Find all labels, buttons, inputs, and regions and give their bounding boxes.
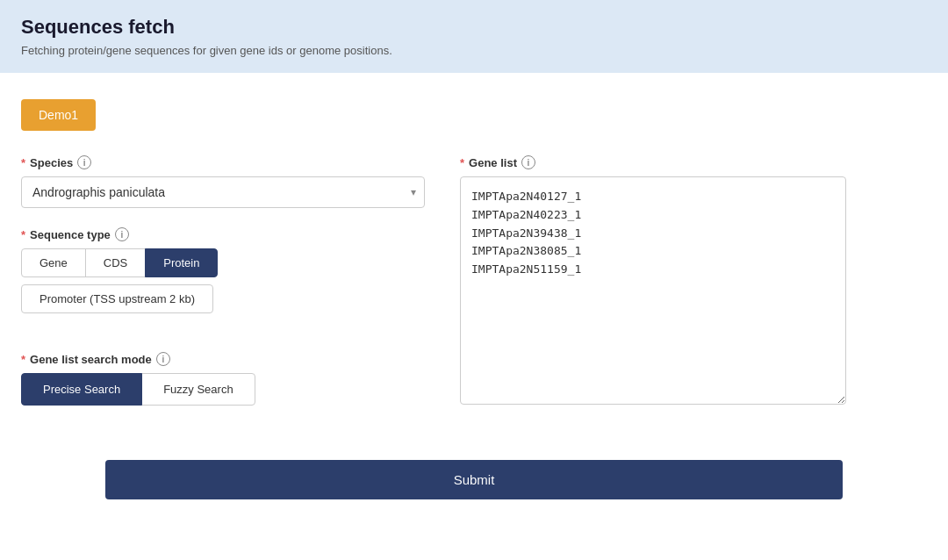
seq-info-icon: i: [115, 227, 129, 241]
main-content: Demo1 *Species i Andrographis paniculata…: [0, 73, 948, 517]
species-select[interactable]: Andrographis paniculata: [21, 176, 425, 208]
species-label: *Species i: [21, 155, 425, 169]
gene-list-textarea[interactable]: IMPTApa2N40127_1 IMPTApa2N40223_1 IMPTAp…: [460, 176, 846, 405]
search-required: *: [21, 353, 25, 366]
page-subtitle: Fetching protein/gene sequences for give…: [21, 44, 927, 57]
page-title: Sequences fetch: [21, 16, 927, 39]
gene-seq-button[interactable]: Gene: [21, 248, 86, 277]
search-mode-section: *Gene list search mode i Precise Search …: [21, 352, 425, 406]
precise-search-button[interactable]: Precise Search: [21, 373, 142, 406]
search-mode-buttons: Precise Search Fuzzy Search: [21, 373, 425, 406]
right-panel: *Gene list i IMPTApa2N40127_1 IMPTApa2N4…: [460, 155, 846, 425]
seq-required: *: [21, 228, 25, 241]
sequence-type-label: *Sequence type i: [21, 227, 425, 241]
gene-list-label: *Gene list i: [460, 155, 846, 169]
gene-list-info-icon: i: [521, 155, 535, 169]
gene-list-required: *: [460, 156, 464, 169]
species-section: *Species i Andrographis paniculata ▾: [21, 155, 425, 208]
submit-button[interactable]: Submit: [105, 460, 843, 499]
species-info-icon: i: [77, 155, 91, 169]
fuzzy-search-button[interactable]: Fuzzy Search: [141, 373, 255, 406]
sequence-type-section: *Sequence type i Gene CDS Protein Promot…: [21, 227, 425, 333]
cds-seq-button[interactable]: CDS: [85, 248, 146, 277]
form-layout: *Species i Andrographis paniculata ▾ *Se…: [21, 155, 927, 425]
promoter-button[interactable]: Promoter (TSS upstream 2 kb): [21, 284, 213, 313]
protein-seq-button[interactable]: Protein: [145, 248, 218, 277]
species-select-wrapper: Andrographis paniculata ▾: [21, 176, 425, 208]
search-mode-info-icon: i: [156, 352, 170, 366]
species-required: *: [21, 156, 25, 169]
left-panel: *Species i Andrographis paniculata ▾ *Se…: [21, 155, 425, 425]
search-mode-label: *Gene list search mode i: [21, 352, 425, 366]
demo-button[interactable]: Demo1: [21, 99, 96, 131]
header-banner: Sequences fetch Fetching protein/gene se…: [0, 0, 948, 73]
seq-type-buttons: Gene CDS Protein: [21, 248, 425, 277]
submit-section: Submit: [21, 460, 927, 499]
